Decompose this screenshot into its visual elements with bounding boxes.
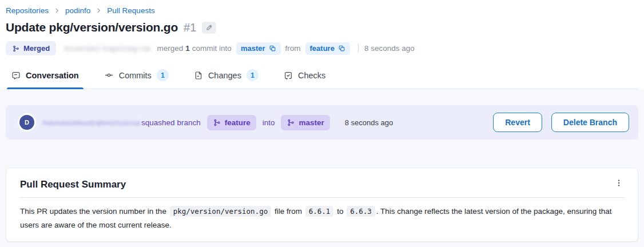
copy-icon[interactable] bbox=[338, 45, 345, 52]
tab-count-badge: 1 bbox=[247, 69, 259, 81]
source-branch-label: feature bbox=[225, 118, 251, 127]
git-merge-icon bbox=[12, 45, 20, 53]
page-header: Repositories podinfo Pull Requests Updat… bbox=[0, 0, 644, 89]
merged-event-banner: D Aeusasceteustratescrssscsa squashed br… bbox=[6, 105, 638, 140]
kebab-menu-icon bbox=[614, 178, 623, 188]
merge-action-post: commit into bbox=[192, 44, 232, 53]
pr-number: #1 bbox=[184, 21, 196, 34]
from-label: from bbox=[285, 44, 301, 53]
chevron-right-icon bbox=[96, 7, 102, 14]
divider bbox=[20, 197, 624, 198]
inline-code: 6.6.1 bbox=[305, 206, 334, 217]
title-row: Update pkg/version/version.go #1 bbox=[6, 20, 638, 35]
summary-body: This PR updates the version number in th… bbox=[20, 205, 624, 232]
body-text: to bbox=[335, 207, 345, 216]
comment-icon bbox=[11, 71, 21, 80]
tab-changes[interactable]: Changes 1 bbox=[194, 65, 259, 89]
edit-title-button[interactable] bbox=[202, 22, 216, 34]
banner-action-text: squashed branch bbox=[141, 118, 201, 127]
breadcrumb-pull-requests[interactable]: Pull Requests bbox=[107, 6, 154, 15]
tab-label: Commits bbox=[119, 71, 152, 80]
into-label: into bbox=[263, 118, 275, 127]
target-branch-tag[interactable]: master bbox=[281, 115, 329, 130]
tab-label: Changes bbox=[208, 71, 241, 80]
delete-branch-button[interactable]: Delete Branch bbox=[551, 113, 629, 132]
file-diff-icon bbox=[194, 71, 203, 80]
author-name-redacted: Aeusasceteustratescrssscsa bbox=[42, 118, 140, 127]
tab-label: Conversation bbox=[26, 71, 79, 80]
tab-label: Checks bbox=[298, 71, 325, 80]
copy-icon[interactable] bbox=[269, 45, 276, 52]
inline-code: pkg/version/version.go bbox=[170, 206, 272, 217]
author-name-redacted: tsnaxrtae2 tnapnmiay-ras bbox=[64, 44, 151, 53]
body-text: This PR updates the version number in th… bbox=[20, 207, 169, 216]
status-badge-label: Merged bbox=[23, 44, 50, 53]
target-branch-label: master bbox=[299, 118, 324, 127]
pencil-icon bbox=[206, 24, 213, 31]
commit-count: 1 bbox=[185, 44, 190, 53]
revert-button[interactable]: Revert bbox=[493, 113, 542, 132]
target-branch-label: master bbox=[241, 44, 265, 53]
inline-code: 6.6.3 bbox=[347, 206, 375, 217]
breadcrumb-repositories[interactable]: Repositories bbox=[6, 6, 49, 15]
pull-request-summary-card: Pull Request Summary This PR updates the… bbox=[6, 168, 638, 242]
tab-count-badge: 1 bbox=[157, 69, 169, 81]
summary-title: Pull Request Summary bbox=[20, 179, 624, 190]
tab-checks[interactable]: Checks bbox=[284, 65, 325, 89]
divider bbox=[358, 44, 359, 53]
commit-icon bbox=[104, 70, 114, 80]
checklist-icon bbox=[284, 71, 293, 80]
banner-timestamp: 8 seconds ago bbox=[345, 118, 393, 127]
avatar[interactable]: D bbox=[19, 115, 34, 130]
tab-conversation[interactable]: Conversation bbox=[11, 65, 79, 89]
merge-meta-row: Merged tsnaxrtae2 tnapnmiay-ras merged 1… bbox=[6, 41, 638, 55]
git-branch-icon bbox=[287, 118, 295, 127]
tab-commits[interactable]: Commits 1 bbox=[104, 65, 169, 89]
conversation-panel: D Aeusasceteustratescrssscsa squashed br… bbox=[0, 89, 644, 247]
source-branch-tag[interactable]: feature bbox=[207, 115, 256, 130]
breadcrumb: Repositories podinfo Pull Requests bbox=[6, 6, 638, 15]
tab-bar: Conversation Commits 1 Changes 1 Checks bbox=[6, 65, 638, 89]
merge-action-pre: merged bbox=[157, 44, 184, 53]
breadcrumb-podinfo[interactable]: podinfo bbox=[65, 6, 90, 15]
page-title: Update pkg/version/version.go bbox=[6, 21, 178, 34]
source-branch-chip[interactable]: feature bbox=[305, 42, 350, 55]
source-branch-label: feature bbox=[310, 44, 335, 53]
status-badge: Merged bbox=[6, 41, 56, 55]
merge-timestamp: 8 seconds ago bbox=[364, 44, 415, 53]
body-text: file from bbox=[272, 207, 304, 216]
target-branch-chip[interactable]: master bbox=[236, 42, 281, 55]
git-branch-icon bbox=[213, 118, 221, 127]
card-menu-button[interactable] bbox=[613, 176, 625, 190]
chevron-right-icon bbox=[54, 7, 60, 14]
